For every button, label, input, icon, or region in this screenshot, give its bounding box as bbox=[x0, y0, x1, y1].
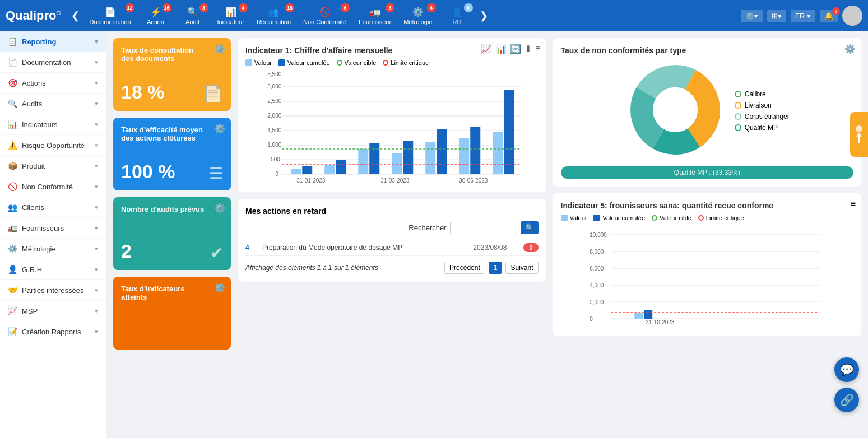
svg-text:3,500: 3,500 bbox=[267, 71, 281, 77]
nav-item-reclamation[interactable]: 18 👥 Réclamation bbox=[252, 4, 295, 27]
sidebar-item-parties[interactable]: 🤝 Parties intéressées ▾ bbox=[0, 280, 106, 301]
sidebar-label-actions: Actions bbox=[22, 79, 46, 87]
corps-icon bbox=[735, 113, 741, 120]
svg-text:31-03-2023: 31-03-2023 bbox=[380, 178, 410, 183]
chart1-line-icon[interactable]: 📈 bbox=[481, 44, 492, 54]
legend-label-valeur: Valeur bbox=[254, 59, 272, 66]
notification-btn[interactable]: 🔔 1 bbox=[820, 10, 838, 22]
svg-text:2,500: 2,500 bbox=[267, 98, 281, 104]
chart1-download-icon[interactable]: ⬇ bbox=[524, 44, 532, 54]
sidebar-item-grh[interactable]: 👤 G.R.H ▾ bbox=[0, 259, 106, 280]
sidebar-label-metrologie: Métrologie bbox=[22, 245, 56, 253]
nav-badge-rh: 0 bbox=[464, 3, 473, 12]
logo[interactable]: Qualipro® bbox=[6, 8, 61, 23]
chart3-title: Indicateur 5: frounisseurs sana: quantit… bbox=[561, 201, 854, 210]
nav-label-action: Action bbox=[147, 18, 164, 25]
grid-icon[interactable]: ⊞▾ bbox=[767, 10, 786, 22]
creation-rapports-sidebar-icon: 📝 bbox=[8, 327, 17, 336]
sidebar-item-risque[interactable]: ⚠️ Risque Opportunité ▾ bbox=[0, 135, 106, 156]
chart3-label-critique: Limite critique bbox=[706, 215, 744, 221]
audit-icon: 🔍 bbox=[187, 7, 198, 17]
svg-text:0: 0 bbox=[590, 316, 593, 322]
action-num[interactable]: 4 bbox=[245, 244, 257, 251]
nav-item-audit[interactable]: 3 🔍 Audit bbox=[176, 4, 210, 27]
search-input[interactable] bbox=[450, 222, 517, 234]
nav-item-fournisseur[interactable]: 6 🚛 Fournisseur bbox=[354, 4, 396, 27]
chart1-menu-icon[interactable]: ≡ bbox=[535, 44, 540, 54]
livraison-icon bbox=[735, 102, 741, 109]
rh-icon: 👤 bbox=[452, 7, 463, 17]
nav-item-indicateur[interactable]: 4 📊 Indicateur bbox=[213, 4, 249, 27]
sidebar-item-reporting[interactable]: 📋 Reporting ▾ bbox=[0, 31, 106, 52]
chart1-refresh-icon[interactable]: 🔄 bbox=[510, 44, 521, 54]
chart3-legend-cumulee: Valeur cumulée bbox=[593, 215, 645, 221]
chart3-menu-icon[interactable]: ≡ bbox=[851, 199, 856, 209]
nav-item-nonconformite[interactable]: 6 🚫 Non Conformité bbox=[299, 4, 351, 27]
chart3-dot-valeur bbox=[561, 215, 568, 221]
card-gear-consultation[interactable]: ⚙️ bbox=[214, 44, 225, 54]
fournisseurs-sidebar-icon: 🚛 bbox=[8, 223, 17, 232]
nav-badge-reclamation: 18 bbox=[285, 3, 294, 12]
msp-sidebar-icon: 📈 bbox=[8, 306, 17, 315]
reclamation-icon: 👥 bbox=[268, 7, 279, 17]
orange-side-tab[interactable] bbox=[850, 112, 868, 157]
svg-text:30-06-2023: 30-06-2023 bbox=[459, 178, 488, 183]
sidebar-item-creation-rapports[interactable]: 📝 Création Rapports ▾ bbox=[0, 321, 106, 342]
legend-qualite: Qualité MP bbox=[735, 124, 790, 132]
sidebar-item-msp[interactable]: 📈 MSP ▾ bbox=[0, 301, 106, 321]
sidebar-label-fournisseurs: Fournisseurs bbox=[22, 224, 64, 232]
chevron-grh: ▾ bbox=[95, 266, 98, 273]
sidebar-item-metrologie[interactable]: ⚙️ Métrologie ▾ bbox=[0, 239, 106, 259]
settings-icon[interactable]: ⚙️▾ bbox=[741, 10, 763, 22]
qualite-icon bbox=[735, 124, 741, 131]
nonconformite-gear-icon[interactable]: ⚙️ bbox=[844, 44, 856, 54]
svg-text:1,000: 1,000 bbox=[267, 142, 281, 148]
support-bubble-button[interactable]: 🔗 bbox=[834, 388, 859, 412]
nav-item-rh[interactable]: 0 👤 RH bbox=[440, 4, 474, 27]
chart3-label-valeur: Valeur bbox=[570, 215, 587, 221]
nav-item-metrologie[interactable]: 4 ⚙️ Métrologie bbox=[399, 4, 437, 27]
sidebar-item-clients[interactable]: 👥 Clients ▾ bbox=[0, 197, 106, 218]
svg-text:500: 500 bbox=[271, 156, 280, 162]
reporting-sidebar-icon: 📋 bbox=[8, 37, 17, 46]
svg-text:4,000: 4,000 bbox=[590, 282, 604, 288]
prev-page-button[interactable]: Précédent bbox=[444, 262, 485, 274]
card-gear-audits[interactable]: ⚙️ bbox=[214, 203, 225, 213]
card-gear-indicateurs[interactable]: ⚙️ bbox=[214, 282, 225, 293]
sidebar-label-parties: Parties intéressées bbox=[22, 286, 84, 295]
next-page-button[interactable]: Suivant bbox=[505, 262, 538, 274]
sidebar-item-actions[interactable]: 🎯 Actions ▾ bbox=[0, 73, 106, 94]
sidebar-item-nonconformite[interactable]: 🚫 Non Conformité ▾ bbox=[0, 176, 106, 197]
sidebar-item-indicateurs[interactable]: 📊 Indicateurs ▾ bbox=[0, 114, 106, 135]
avatar[interactable] bbox=[842, 6, 862, 26]
svg-text:2,000: 2,000 bbox=[590, 299, 604, 305]
metrologie-sidebar-icon: ⚙️ bbox=[8, 244, 17, 253]
stat-card-audits-title: Nombre d'audits prévus bbox=[121, 205, 223, 213]
sidebar-item-fournisseurs[interactable]: 🚛 Fournisseurs ▾ bbox=[0, 218, 106, 239]
lang-selector[interactable]: FR ▾ bbox=[791, 10, 815, 22]
stat-card-consultation: ⚙️ Taux de consultation des documents 18… bbox=[113, 38, 231, 111]
donut-chart bbox=[625, 59, 726, 162]
sidebar-item-produit[interactable]: 📦 Produit ▾ bbox=[0, 156, 106, 176]
sidebar-label-produit: Produit bbox=[22, 162, 45, 170]
legend-valeur: Valeur bbox=[245, 59, 272, 66]
nav-item-documentation[interactable]: 12 📄 Documentation bbox=[85, 4, 136, 27]
stat-card-efficacite: ⚙️ Taux d'efficacité moyen des actions c… bbox=[113, 118, 231, 190]
svg-rect-27 bbox=[470, 127, 480, 174]
search-button[interactable]: 🔍 bbox=[521, 221, 539, 234]
sidebar-item-audits[interactable]: 🔍 Audits ▾ bbox=[0, 94, 106, 114]
card-gear-efficacite[interactable]: ⚙️ bbox=[214, 123, 225, 134]
chart3-legend-cible: Valeur cible bbox=[652, 215, 691, 221]
nav-next-arrow[interactable]: ❯ bbox=[477, 10, 490, 22]
chat-bubble-button[interactable]: 💬 bbox=[834, 357, 859, 382]
svg-text:10,000: 10,000 bbox=[590, 232, 607, 238]
svg-rect-15 bbox=[291, 169, 301, 174]
nav-badge-metrologie: 4 bbox=[427, 3, 436, 12]
page-1-button[interactable]: 1 bbox=[489, 262, 503, 274]
chart1-bar-icon[interactable]: 📊 bbox=[495, 44, 507, 54]
nav-prev-arrow[interactable]: ❮ bbox=[69, 10, 82, 22]
sidebar-item-documentation[interactable]: 📄 Documentation ▾ bbox=[0, 52, 106, 73]
nav-item-action[interactable]: 16 ⚡ Action bbox=[139, 4, 173, 27]
nav-right-controls: ⚙️▾ ⊞▾ FR ▾ 🔔 1 bbox=[741, 6, 862, 26]
top-navigation: Qualipro® ❮ 12 📄 Documentation 16 ⚡ Acti… bbox=[0, 0, 868, 31]
